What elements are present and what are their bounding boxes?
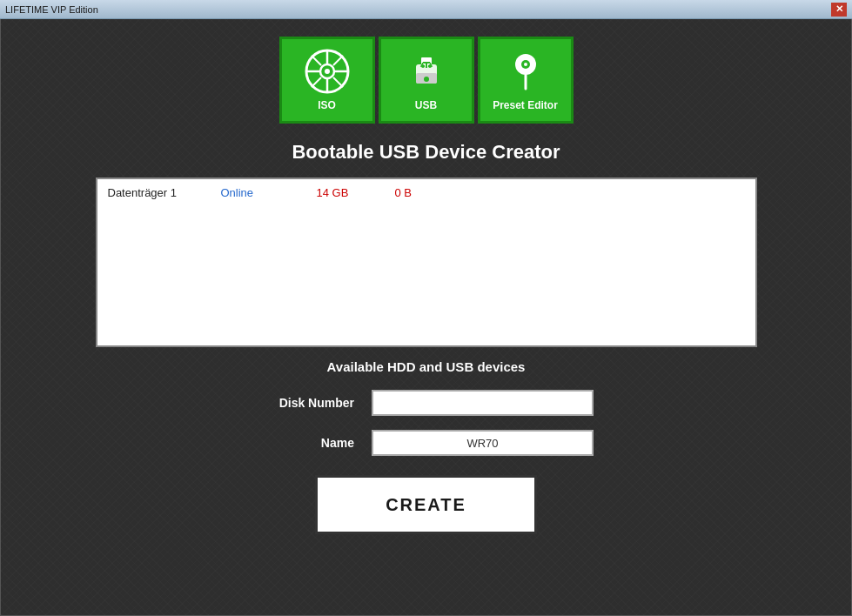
usb-icon [404, 49, 449, 94]
iso-button-label: ISO [318, 99, 336, 111]
page-title: Bootable USB Device Creator [292, 141, 560, 164]
iso-button[interactable]: ISO [279, 37, 375, 124]
svg-point-22 [524, 63, 527, 66]
close-button[interactable]: ✕ [831, 3, 847, 17]
device-size: 14 GB [317, 186, 369, 199]
disk-number-label: Disk Number [258, 396, 354, 410]
pin-icon [503, 49, 548, 94]
form-area: Disk Number Name CREATE [27, 390, 825, 534]
usb-button[interactable]: USB [379, 37, 474, 124]
title-bar: LIFETIME VIP Edition ✕ [0, 0, 852, 19]
svg-point-2 [325, 69, 330, 74]
preset-editor-button-label: Preset Editor [493, 99, 558, 111]
name-input[interactable] [372, 430, 594, 456]
device-status: Online [221, 186, 291, 199]
disk-number-row: Disk Number [258, 390, 594, 416]
svg-line-7 [312, 56, 321, 65]
svg-line-8 [333, 77, 343, 87]
svg-point-18 [424, 77, 429, 82]
create-button[interactable]: CREATE [315, 475, 537, 534]
name-row: Name [258, 430, 594, 456]
device-name: Datenträger 1 [108, 186, 195, 199]
title-bar-text: LIFETIME VIP Edition [5, 4, 98, 15]
device-list[interactable]: Datenträger 1 Online 14 GB 0 B [96, 177, 757, 347]
disk-number-input[interactable] [372, 390, 594, 416]
device-free: 0 B [395, 186, 430, 199]
icon-buttons-row: ISO USB [279, 37, 574, 124]
svg-line-10 [312, 77, 321, 87]
preset-editor-button[interactable]: Preset Editor [478, 37, 574, 124]
svg-line-9 [333, 56, 343, 65]
name-label: Name [258, 436, 354, 450]
usb-button-label: USB [415, 99, 437, 111]
main-window: ISO USB [0, 19, 852, 616]
disc-icon [305, 49, 350, 94]
table-row: Datenträger 1 Online 14 GB 0 B [103, 184, 750, 201]
section-label: Available HDD and USB devices [327, 359, 526, 374]
